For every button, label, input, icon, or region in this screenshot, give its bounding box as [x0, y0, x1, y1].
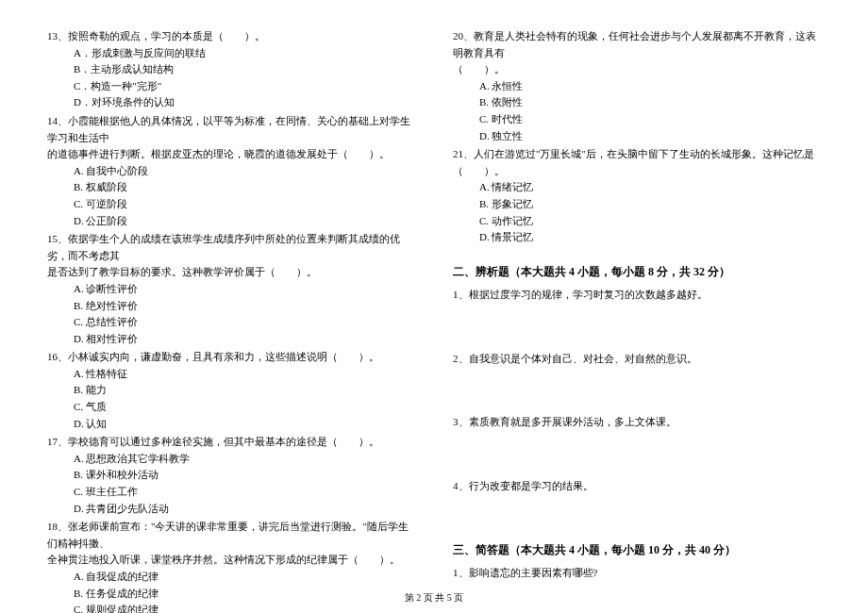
q17-options: A. 思想政治其它学科教学 B. 课外和校外活动 C. 班主任工作 D. 共青团… [47, 451, 415, 517]
q21-opt-b: B. 形象记忆 [479, 196, 821, 213]
q15-stem-2: 是否达到了教学目标的要求。这种教学评价属于（ ）。 [47, 264, 415, 281]
q20-opt-d: D. 独立性 [479, 128, 821, 145]
left-column: 13、按照奇勒的观点，学习的本质是（ ）。 A．形成刺激与反应间的联结 B．主动… [47, 28, 415, 613]
section-2-q2: 2、自我意识是个体对自己、对社会、对自然的意识。 [453, 351, 821, 368]
q15-opt-a: A. 诊断性评价 [74, 281, 415, 298]
q14-opt-d: D. 公正阶段 [74, 213, 415, 230]
q15-opt-d: D. 相对性评价 [74, 331, 415, 348]
right-column: 20、教育是人类社会特有的现象，任何社会进步与个人发展都离不开教育，这表明教育具… [453, 28, 821, 613]
question-17: 17、学校德育可以通过多种途径实施，但其中最基本的途径是（ ）。 A. 思想政治… [47, 434, 415, 517]
question-15: 15、依据学生个人的成绩在该班学生成绩序列中所处的位置来判断其成绩的优劣，而不考… [47, 231, 415, 347]
q13-options: A．形成刺激与反应间的联结 B．主动形成认知结构 C．构造一种"完形" D．对环… [47, 45, 415, 111]
q16-opt-a: A. 性格特征 [74, 366, 415, 383]
q14-options: A. 自我中心阶段 B. 权威阶段 C. 可逆阶段 D. 公正阶段 [47, 163, 415, 229]
q15-options: A. 诊断性评价 B. 绝对性评价 C. 总结性评价 D. 相对性评价 [47, 281, 415, 347]
q20-stem-1: 20、教育是人类社会特有的现象，任何社会进步与个人发展都离不开教育，这表明教育具… [453, 28, 821, 61]
q14-opt-a: A. 自我中心阶段 [74, 163, 415, 180]
q17-opt-b: B. 课外和校外活动 [74, 467, 415, 484]
q13-opt-b: B．主动形成认知结构 [74, 61, 415, 78]
page-footer: 第 2 页 共 5 页 [0, 590, 868, 605]
q14-stem-2: 的道德事件进行判断。根据皮亚杰的理论，晓霞的道德发展处于（ ）。 [47, 146, 415, 163]
q17-opt-a: A. 思想政治其它学科教学 [74, 451, 415, 468]
q16-stem: 16、小林诚实内向，谦虚勤奋，且具有亲和力，这些描述说明（ ）。 [47, 349, 415, 366]
section-2-q3: 3、素质教育就是多开展课外活动，多上文体课。 [453, 414, 821, 431]
q20-opt-a: A. 永恒性 [479, 78, 821, 95]
question-20: 20、教育是人类社会特有的现象，任何社会进步与个人发展都离不开教育，这表明教育具… [453, 28, 821, 144]
q21-stem: 21、人们在游览过"万里长城"后，在头脑中留下了生动的长城形象。这种记忆是（ ）… [453, 146, 821, 179]
question-14: 14、小霞能根据他人的具体情况，以平等为标准，在同情、关心的基础上对学生学习和生… [47, 113, 415, 229]
q21-opt-a: A. 情绪记忆 [479, 179, 821, 196]
q21-opt-d: D. 情景记忆 [479, 229, 821, 246]
q13-stem: 13、按照奇勒的观点，学习的本质是（ ）。 [47, 28, 415, 45]
q20-stem-2: （ ）。 [453, 61, 821, 78]
q16-opt-d: D. 认知 [74, 416, 415, 433]
section-2-q1: 1、根据过度学习的规律，学习时复习的次数越多越好。 [453, 287, 821, 304]
q16-opt-b: B. 能力 [74, 382, 415, 399]
q13-opt-a: A．形成刺激与反应间的联结 [74, 45, 415, 62]
section-3-q1: 1、影响遗忘的主要因素有哪些? [453, 565, 821, 582]
q18-stem-2: 全神贯注地投入听课，课堂秩序井然。这种情况下形成的纪律属于（ ）。 [47, 552, 415, 569]
q18-opt-a: A. 自我促成的纪律 [74, 569, 415, 586]
q16-options: A. 性格特征 B. 能力 C. 气质 D. 认知 [47, 366, 415, 432]
question-21: 21、人们在游览过"万里长城"后，在头脑中留下了生动的长城形象。这种记忆是（ ）… [453, 146, 821, 246]
q20-opt-b: B. 依附性 [479, 94, 821, 111]
q15-opt-c: C. 总结性评价 [74, 314, 415, 331]
q20-options: A. 永恒性 B. 依附性 C. 时代性 D. 独立性 [453, 78, 821, 144]
question-13: 13、按照奇勒的观点，学习的本质是（ ）。 A．形成刺激与反应间的联结 B．主动… [47, 28, 415, 111]
q17-stem: 17、学校德育可以通过多种途径实施，但其中最基本的途径是（ ）。 [47, 434, 415, 451]
q21-options: A. 情绪记忆 B. 形象记忆 C. 动作记忆 D. 情景记忆 [453, 179, 821, 245]
q21-opt-c: C. 动作记忆 [479, 213, 821, 230]
q13-opt-c: C．构造一种"完形" [74, 78, 415, 95]
q16-opt-c: C. 气质 [74, 399, 415, 416]
section-2-title: 二、辨析题（本大题共 4 小题，每小题 8 分，共 32 分） [453, 263, 821, 281]
q15-opt-b: B. 绝对性评价 [74, 298, 415, 315]
q14-opt-c: C. 可逆阶段 [74, 196, 415, 213]
q13-opt-d: D．对环境条件的认知 [74, 94, 415, 111]
q17-opt-c: C. 班主任工作 [74, 484, 415, 501]
q18-stem-1: 18、张老师课前宣布："今天讲的课非常重要，讲完后当堂进行测验。"随后学生们精神… [47, 519, 415, 552]
q20-opt-c: C. 时代性 [479, 111, 821, 128]
q14-opt-b: B. 权威阶段 [74, 179, 415, 196]
q17-opt-d: D. 共青团少先队活动 [74, 501, 415, 518]
question-16: 16、小林诚实内向，谦虚勤奋，且具有亲和力，这些描述说明（ ）。 A. 性格特征… [47, 349, 415, 432]
section-2-q4: 4、行为改变都是学习的结果。 [453, 478, 821, 495]
q14-stem-1: 14、小霞能根据他人的具体情况，以平等为标准，在同情、关心的基础上对学生学习和生… [47, 113, 415, 146]
section-3-title: 三、简答题（本大题共 4 小题，每小题 10 分，共 40 分） [453, 541, 821, 559]
q15-stem-1: 15、依据学生个人的成绩在该班学生成绩序列中所处的位置来判断其成绩的优劣，而不考… [47, 231, 415, 264]
